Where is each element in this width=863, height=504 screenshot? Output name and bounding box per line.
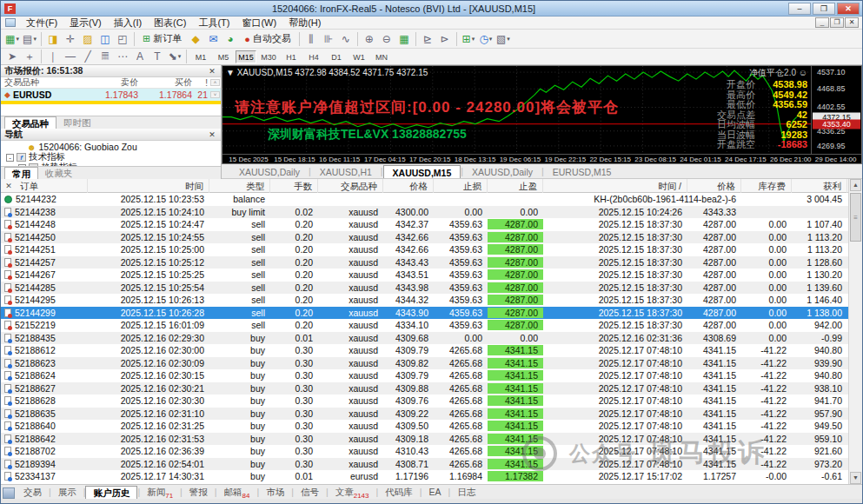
terminal-close-icon[interactable]: ✕: [1, 182, 17, 190]
history-row-52144251[interactable]: 521442512025.12.15 10:25:00sell0.20xauus…: [1, 243, 848, 256]
terminal-tab-7[interactable]: 信号: [294, 486, 326, 499]
timeframe-h4[interactable]: H4: [303, 50, 324, 63]
scrollbar-down-icon[interactable]: ▼: [850, 472, 861, 484]
col-symbol[interactable]: 交易品种: [1, 76, 84, 89]
market-watch-tab-1[interactable]: 即时图: [56, 116, 98, 129]
market-watch-icon[interactable]: ▨: [79, 31, 96, 47]
track-chart-icon[interactable]: ⊳: [436, 31, 454, 47]
scroll-up-icon[interactable]: ˄: [210, 79, 220, 86]
scrollbar-up-icon[interactable]: ▲: [850, 179, 861, 191]
navigator-tab-0[interactable]: 常用: [4, 167, 38, 179]
history-col-10[interactable]: 库存费: [741, 179, 792, 193]
terminal-icon[interactable]: ✉: [204, 31, 222, 47]
chart-plot-area[interactable]: ▼ XAUUSD,M15 4372.98 4384.52 4371.75 437…: [222, 66, 811, 154]
menu-item-5[interactable]: 窗口(W): [236, 17, 282, 30]
history-row-52144285[interactable]: 521442852025.12.15 10:25:54sell0.20xauus…: [1, 282, 848, 295]
minimize-button[interactable]: –: [788, 3, 811, 15]
tile-windows-icon[interactable]: ▦: [395, 31, 413, 47]
fibonacci-icon[interactable]: 𝄜: [96, 49, 114, 64]
history-col-5[interactable]: 价格: [383, 179, 434, 193]
bar-chart-icon[interactable]: ⫼: [302, 31, 320, 47]
data-window-icon[interactable]: ◫: [96, 31, 114, 47]
history-row-52188702[interactable]: 521887022025.12.16 02:36:39buy0.30xauusd…: [1, 445, 848, 458]
crosshair-move-icon[interactable]: ✛: [62, 31, 79, 47]
timeframe-m5[interactable]: M5: [213, 50, 234, 63]
chart-tab-3[interactable]: XAUUSD,Daily: [463, 165, 541, 178]
new-chart-icon[interactable]: ▦▾: [3, 31, 21, 47]
history-col-8[interactable]: 时间 /: [543, 179, 687, 193]
autotrading-button[interactable]: ●自动交易: [239, 31, 296, 47]
history-col-4[interactable]: 交易品种: [318, 179, 383, 193]
scroll-down-icon[interactable]: ˅: [210, 91, 220, 98]
crosshair-icon[interactable]: ＋: [21, 49, 38, 64]
mdi-child-icon[interactable]: [5, 18, 16, 27]
line-chart-icon[interactable]: ∿: [337, 31, 355, 47]
zoom-in-icon[interactable]: ⊕: [361, 31, 378, 47]
scrollbar-thumb[interactable]: [850, 193, 861, 242]
chart-tab-1[interactable]: XAUUSD,H1: [311, 165, 381, 178]
channel-icon[interactable]: ⋯: [114, 49, 131, 64]
menu-item-0[interactable]: 文件(F): [20, 17, 63, 30]
mdi-close-button[interactable]: ✕: [845, 17, 859, 28]
history-row-52188640[interactable]: 521886402025.12.16 02:31:25buy0.30xauusd…: [1, 420, 848, 433]
price-axis[interactable]: 4537.104468.854402.554336.254269.954372.…: [811, 66, 861, 154]
auto-arrange-icon[interactable]: ⊵: [419, 31, 436, 47]
menu-item-2[interactable]: 插入(I): [108, 17, 148, 30]
timeframe-m15[interactable]: M15: [236, 50, 256, 63]
close-button[interactable]: ✕: [837, 3, 860, 15]
templates-icon[interactable]: ▧▾: [495, 31, 512, 47]
history-row-52188642[interactable]: 521886422025.12.16 02:31:53buy0.30xauusd…: [1, 433, 848, 446]
history-col-11[interactable]: 获利: [792, 179, 847, 193]
col-spread[interactable]: !: [192, 78, 209, 88]
history-row-52188435[interactable]: 521884352025.12.16 02:29:30buy0.01xauusd…: [1, 332, 848, 345]
history-col-6[interactable]: 止损: [434, 179, 488, 193]
cursor-icon[interactable]: ➤: [3, 49, 21, 64]
candlestick-icon[interactable]: ⊪: [320, 31, 337, 47]
history-row-52334137[interactable]: 523341372025.12.17 14:30:31buy0.01eurusd…: [1, 470, 848, 483]
terminal-tab-8[interactable]: 文章2143: [329, 486, 376, 499]
menu-item-6[interactable]: 帮助(H): [282, 17, 327, 30]
history-col-7[interactable]: 止盈: [488, 179, 543, 193]
menu-item-1[interactable]: 显示(V): [63, 17, 108, 30]
terminal-tab-0[interactable]: 交易: [17, 486, 49, 499]
terminal-tab-11[interactable]: 日志: [450, 486, 482, 499]
terminal-tab-3[interactable]: 新闻71: [140, 486, 180, 499]
timeframe-w1[interactable]: W1: [349, 50, 369, 63]
history-row-52188635[interactable]: 521886352025.12.16 02:31:10buy0.30xauusd…: [1, 408, 848, 421]
timeframe-h1[interactable]: H1: [281, 50, 302, 63]
history-row-52144248[interactable]: 521442482025.12.15 10:24:47sell0.20xauus…: [1, 218, 848, 231]
terminal-tab-1[interactable]: 展示: [51, 486, 83, 499]
zoom-out-icon[interactable]: ⊖: [378, 31, 395, 47]
market-watch-tab-0[interactable]: 交易品种: [4, 116, 56, 129]
history-row-52188612[interactable]: 521886122025.12.16 02:30:00buy0.30xauusd…: [1, 344, 848, 357]
terminal-tab-9[interactable]: 代码库: [378, 486, 420, 499]
navigator-close-icon[interactable]: ✕: [207, 130, 217, 139]
vertical-line-icon[interactable]: ｜: [44, 49, 62, 64]
history-row-52144238[interactable]: 521442382025.12.15 10:24:10buy limit0.02…: [1, 206, 848, 219]
terminal-tab-5[interactable]: 邮箱84: [217, 486, 257, 499]
history-row-52144299[interactable]: 521442992025.12.15 10:26:28sell0.20xauus…: [1, 307, 848, 320]
chart-tab-4[interactable]: EURUSD,M15: [544, 165, 621, 178]
history-col-1[interactable]: 时间: [88, 179, 209, 193]
history-row-52189394[interactable]: 521893942025.12.16 02:54:01buy0.30xauusd…: [1, 458, 848, 471]
period-clock-icon[interactable]: ◷▾: [477, 31, 495, 47]
timeframe-d1[interactable]: D1: [326, 50, 347, 63]
menu-item-4[interactable]: 工具(T): [192, 17, 236, 30]
history-col-2[interactable]: 类型: [209, 179, 270, 193]
trendline-icon[interactable]: ╱: [79, 49, 96, 64]
maximize-button[interactable]: ❐: [813, 3, 835, 15]
menu-item-3[interactable]: 图表(C): [148, 17, 192, 30]
market-watch-close-icon[interactable]: ✕: [207, 67, 217, 76]
history-row-52188624[interactable]: 521886242025.12.16 02:30:15buy0.30xauusd…: [1, 369, 848, 382]
add-indicator-icon[interactable]: ⊞▾: [460, 31, 477, 47]
terminal-tab-2[interactable]: 账户历史: [85, 486, 137, 499]
time-axis[interactable]: 15 Dec 202515 Dec 18:1516 Dec 11:1517 De…: [222, 154, 861, 163]
history-row-52144257[interactable]: 521442572025.12.15 10:25:12sell0.20xauus…: [1, 256, 848, 269]
col-bid[interactable]: 卖价: [84, 76, 138, 89]
text-label-icon[interactable]: T: [149, 49, 166, 64]
symbol-row-eurusd[interactable]: ◆EURUSD 1.17843 1.17864 21 ˅: [1, 89, 221, 101]
history-row-52144267[interactable]: 521442672025.12.15 10:25:25sell0.20xauus…: [1, 269, 848, 282]
terminal-tab-10[interactable]: EA: [422, 486, 448, 499]
col-ask[interactable]: 买价: [138, 76, 192, 89]
indicators-icon[interactable]: ◆: [187, 31, 204, 47]
